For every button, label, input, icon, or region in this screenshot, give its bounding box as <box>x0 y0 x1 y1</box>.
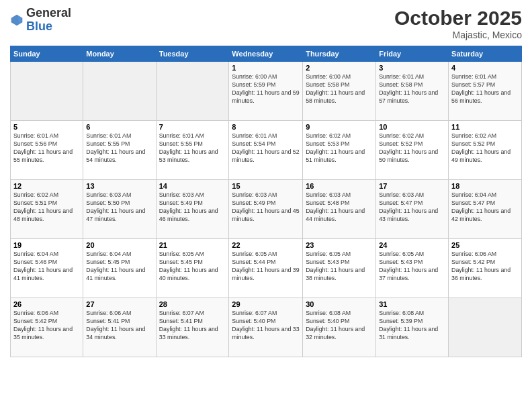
day-cell: 14Sunrise: 6:03 AM Sunset: 5:49 PM Dayli… <box>156 180 229 239</box>
header-row: Sunday Monday Tuesday Wednesday Thursday… <box>11 46 522 62</box>
day-number: 28 <box>159 300 226 308</box>
day-number: 30 <box>306 300 373 308</box>
day-number: 21 <box>159 241 226 249</box>
day-cell: 15Sunrise: 6:03 AM Sunset: 5:49 PM Dayli… <box>229 180 303 239</box>
day-cell: 13Sunrise: 6:03 AM Sunset: 5:50 PM Dayli… <box>83 180 156 239</box>
day-number: 10 <box>379 123 445 131</box>
day-info: Sunrise: 6:04 AM Sunset: 5:46 PM Dayligh… <box>13 250 80 283</box>
day-number: 17 <box>379 182 445 190</box>
day-info: Sunrise: 6:02 AM Sunset: 5:52 PM Dayligh… <box>451 132 519 165</box>
day-cell: 27Sunrise: 6:06 AM Sunset: 5:41 PM Dayli… <box>83 298 156 357</box>
day-info: Sunrise: 6:02 AM Sunset: 5:52 PM Dayligh… <box>379 132 445 165</box>
day-cell: 19Sunrise: 6:04 AM Sunset: 5:46 PM Dayli… <box>11 239 83 298</box>
day-number: 22 <box>232 241 300 249</box>
day-number: 19 <box>13 241 80 249</box>
day-cell: 26Sunrise: 6:06 AM Sunset: 5:42 PM Dayli… <box>11 298 83 357</box>
day-info: Sunrise: 6:05 AM Sunset: 5:43 PM Dayligh… <box>306 250 373 283</box>
col-thursday: Thursday <box>303 46 376 62</box>
logo-general: General <box>26 6 71 19</box>
day-info: Sunrise: 6:06 AM Sunset: 5:42 PM Dayligh… <box>451 250 519 283</box>
day-cell: 20Sunrise: 6:04 AM Sunset: 5:45 PM Dayli… <box>83 239 156 298</box>
day-info: Sunrise: 6:02 AM Sunset: 5:53 PM Dayligh… <box>306 132 373 165</box>
day-cell: 12Sunrise: 6:02 AM Sunset: 5:51 PM Dayli… <box>11 180 83 239</box>
day-info: Sunrise: 6:04 AM Sunset: 5:47 PM Dayligh… <box>451 191 519 224</box>
day-number: 11 <box>451 123 519 131</box>
day-cell: 21Sunrise: 6:05 AM Sunset: 5:45 PM Dayli… <box>156 239 229 298</box>
col-sunday: Sunday <box>11 46 83 62</box>
month-title: October 2025 <box>394 7 522 30</box>
page: General Blue October 2025 Majastic, Mexi… <box>0 0 532 411</box>
day-cell: 25Sunrise: 6:06 AM Sunset: 5:42 PM Dayli… <box>449 239 522 298</box>
day-cell: 6Sunrise: 6:01 AM Sunset: 5:55 PM Daylig… <box>83 121 156 180</box>
week-row-3: 19Sunrise: 6:04 AM Sunset: 5:46 PM Dayli… <box>11 239 522 298</box>
day-info: Sunrise: 6:03 AM Sunset: 5:49 PM Dayligh… <box>159 191 226 224</box>
day-info: Sunrise: 6:04 AM Sunset: 5:45 PM Dayligh… <box>86 250 152 283</box>
day-info: Sunrise: 6:03 AM Sunset: 5:47 PM Dayligh… <box>379 191 445 224</box>
calendar: Sunday Monday Tuesday Wednesday Thursday… <box>10 46 522 357</box>
day-cell: 4Sunrise: 6:01 AM Sunset: 5:57 PM Daylig… <box>449 62 522 121</box>
day-number: 20 <box>86 241 152 249</box>
day-cell: 28Sunrise: 6:07 AM Sunset: 5:41 PM Dayli… <box>156 298 229 357</box>
day-cell: 3Sunrise: 6:01 AM Sunset: 5:58 PM Daylig… <box>376 62 449 121</box>
day-cell: 10Sunrise: 6:02 AM Sunset: 5:52 PM Dayli… <box>376 121 449 180</box>
day-cell <box>11 62 83 121</box>
day-number: 3 <box>379 64 445 72</box>
day-cell: 8Sunrise: 6:01 AM Sunset: 5:54 PM Daylig… <box>229 121 303 180</box>
location-subtitle: Majastic, Mexico <box>394 30 522 40</box>
day-info: Sunrise: 6:01 AM Sunset: 5:58 PM Dayligh… <box>379 73 445 105</box>
day-info: Sunrise: 6:01 AM Sunset: 5:57 PM Dayligh… <box>451 73 519 105</box>
day-info: Sunrise: 6:03 AM Sunset: 5:48 PM Dayligh… <box>306 191 373 224</box>
day-number: 26 <box>13 300 80 308</box>
day-number: 1 <box>232 64 300 72</box>
logo-icon <box>10 13 24 27</box>
day-number: 16 <box>306 182 373 190</box>
day-info: Sunrise: 6:00 AM Sunset: 5:59 PM Dayligh… <box>232 73 300 105</box>
day-info: Sunrise: 6:03 AM Sunset: 5:49 PM Dayligh… <box>232 191 300 224</box>
day-cell: 2Sunrise: 6:00 AM Sunset: 5:58 PM Daylig… <box>303 62 376 121</box>
col-monday: Monday <box>83 46 156 62</box>
col-friday: Friday <box>376 46 449 62</box>
day-info: Sunrise: 6:07 AM Sunset: 5:41 PM Dayligh… <box>159 310 226 342</box>
day-info: Sunrise: 6:06 AM Sunset: 5:42 PM Dayligh… <box>13 310 80 342</box>
day-number: 29 <box>232 300 300 308</box>
header: General Blue October 2025 Majastic, Mexi… <box>10 7 522 40</box>
day-number: 2 <box>306 64 373 72</box>
week-row-0: 1Sunrise: 6:00 AM Sunset: 5:59 PM Daylig… <box>11 62 522 121</box>
day-info: Sunrise: 6:08 AM Sunset: 5:40 PM Dayligh… <box>306 310 373 342</box>
day-cell <box>449 298 522 357</box>
day-cell: 7Sunrise: 6:01 AM Sunset: 5:55 PM Daylig… <box>156 121 229 180</box>
day-info: Sunrise: 6:08 AM Sunset: 5:39 PM Dayligh… <box>379 310 445 342</box>
day-cell: 18Sunrise: 6:04 AM Sunset: 5:47 PM Dayli… <box>449 180 522 239</box>
day-number: 9 <box>306 123 373 131</box>
day-info: Sunrise: 6:02 AM Sunset: 5:51 PM Dayligh… <box>13 191 80 224</box>
day-cell: 30Sunrise: 6:08 AM Sunset: 5:40 PM Dayli… <box>303 298 376 357</box>
day-cell: 29Sunrise: 6:07 AM Sunset: 5:40 PM Dayli… <box>229 298 303 357</box>
day-number: 13 <box>86 182 152 190</box>
day-cell: 24Sunrise: 6:05 AM Sunset: 5:43 PM Dayli… <box>376 239 449 298</box>
calendar-body: 1Sunrise: 6:00 AM Sunset: 5:59 PM Daylig… <box>11 62 522 357</box>
day-info: Sunrise: 6:05 AM Sunset: 5:45 PM Dayligh… <box>159 250 226 283</box>
day-cell: 11Sunrise: 6:02 AM Sunset: 5:52 PM Dayli… <box>449 121 522 180</box>
logo-text: General Blue <box>26 7 71 34</box>
day-number: 12 <box>13 182 80 190</box>
day-cell: 17Sunrise: 6:03 AM Sunset: 5:47 PM Dayli… <box>376 180 449 239</box>
day-cell: 1Sunrise: 6:00 AM Sunset: 5:59 PM Daylig… <box>229 62 303 121</box>
day-info: Sunrise: 6:01 AM Sunset: 5:54 PM Dayligh… <box>232 132 300 165</box>
day-info: Sunrise: 6:03 AM Sunset: 5:50 PM Dayligh… <box>86 191 152 224</box>
week-row-4: 26Sunrise: 6:06 AM Sunset: 5:42 PM Dayli… <box>11 298 522 357</box>
day-cell: 23Sunrise: 6:05 AM Sunset: 5:43 PM Dayli… <box>303 239 376 298</box>
day-number: 15 <box>232 182 300 190</box>
day-info: Sunrise: 6:05 AM Sunset: 5:43 PM Dayligh… <box>379 250 445 283</box>
logo-blue: Blue <box>26 19 52 33</box>
day-number: 25 <box>451 241 519 249</box>
day-number: 4 <box>451 64 519 72</box>
day-number: 5 <box>13 123 80 131</box>
day-cell: 9Sunrise: 6:02 AM Sunset: 5:53 PM Daylig… <box>303 121 376 180</box>
day-info: Sunrise: 6:01 AM Sunset: 5:55 PM Dayligh… <box>86 132 152 165</box>
day-info: Sunrise: 6:07 AM Sunset: 5:40 PM Dayligh… <box>232 310 300 342</box>
week-row-1: 5Sunrise: 6:01 AM Sunset: 5:56 PM Daylig… <box>11 121 522 180</box>
day-number: 18 <box>451 182 519 190</box>
title-block: October 2025 Majastic, Mexico <box>394 7 522 40</box>
day-cell: 31Sunrise: 6:08 AM Sunset: 5:39 PM Dayli… <box>376 298 449 357</box>
calendar-header: Sunday Monday Tuesday Wednesday Thursday… <box>11 46 522 62</box>
